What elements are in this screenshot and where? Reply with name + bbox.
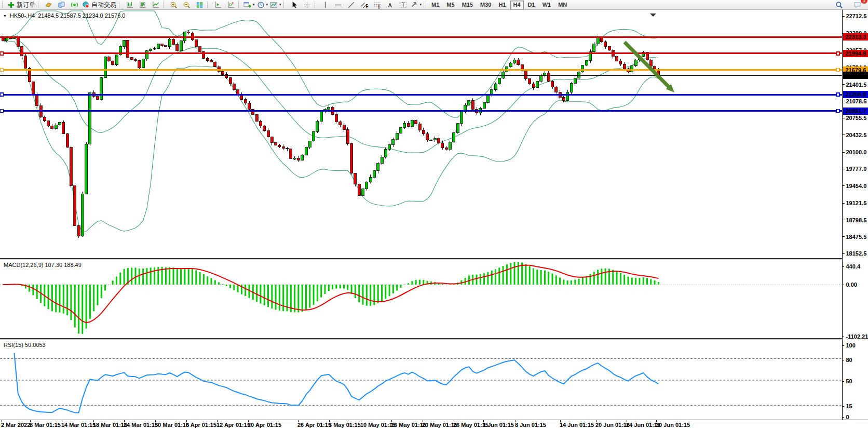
autotrade-button[interactable]: 自动交易 xyxy=(81,1,118,9)
candle-body xyxy=(9,38,12,39)
toolbar-grip[interactable] xyxy=(207,2,210,8)
horizontal-line-button[interactable] xyxy=(332,1,345,9)
timeframe-W1[interactable]: W1 xyxy=(539,1,554,9)
candle-body xyxy=(536,82,538,88)
candle-body xyxy=(278,145,281,147)
toolbar-group xyxy=(282,0,314,9)
candle-body xyxy=(32,82,34,95)
templates-icon xyxy=(270,1,278,9)
candle-body xyxy=(350,143,353,173)
chevron-down-icon[interactable]: ▼ xyxy=(3,14,7,18)
line-handle[interactable] xyxy=(1,93,4,96)
candle-body xyxy=(365,182,368,189)
candle-body xyxy=(358,184,360,195)
equidistant-channel-button[interactable]: E xyxy=(358,1,371,9)
line-handle[interactable] xyxy=(1,69,4,72)
toolbar-grip[interactable] xyxy=(315,2,317,8)
line-handle[interactable] xyxy=(836,52,839,55)
vertical-line-icon xyxy=(321,1,329,9)
candle-body xyxy=(313,131,315,141)
indicators-button[interactable]: ▾ xyxy=(242,1,256,9)
timeframe-D1[interactable]: D1 xyxy=(525,1,538,9)
chat-icon xyxy=(853,1,861,9)
candle-body xyxy=(24,56,27,69)
date-axis-label: 14 Mar 01:15 xyxy=(61,422,96,428)
candle-body xyxy=(411,120,413,127)
signals-button[interactable] xyxy=(68,1,81,9)
candle-body xyxy=(252,109,254,114)
toolbar-grip[interactable] xyxy=(2,2,5,8)
line-handle[interactable] xyxy=(836,93,839,96)
candle-body xyxy=(74,186,76,225)
rsi-line[interactable] xyxy=(14,353,658,413)
price-axis-label: 19121.5 xyxy=(846,200,867,206)
toolbar-grip[interactable] xyxy=(238,2,241,8)
dropdown-caret-icon[interactable]: ▾ xyxy=(279,3,281,7)
price-axis-label: 20432.5 xyxy=(846,132,867,138)
line-handle[interactable] xyxy=(1,52,4,55)
timeframe-M15[interactable]: M15 xyxy=(459,1,476,9)
dropdown-caret-icon[interactable]: ▾ xyxy=(266,3,268,7)
toolbar-grip[interactable] xyxy=(119,2,121,8)
chart-shift-marker[interactable] xyxy=(650,14,656,17)
periods-icon xyxy=(257,1,265,9)
candle-body xyxy=(486,95,489,103)
notifications-button[interactable]: 1 xyxy=(851,1,864,9)
date-axis-label: 20 Apr 01:15 xyxy=(248,422,281,428)
timeframe-M1[interactable]: M1 xyxy=(428,1,442,9)
macd-name: MACD(12,26,9) xyxy=(4,262,43,268)
candle-body xyxy=(456,124,459,132)
toolbar-grip[interactable] xyxy=(163,2,166,8)
bars-chart-button[interactable] xyxy=(123,1,136,9)
arrows-button[interactable]: ▾ xyxy=(410,1,423,9)
candles-layer xyxy=(2,30,660,238)
toolbar-grip[interactable] xyxy=(424,2,426,8)
trend-line-button[interactable] xyxy=(345,1,358,9)
price-axis-label: 22712.5 xyxy=(846,13,867,19)
zoom-out-button[interactable] xyxy=(180,1,193,9)
candle-body xyxy=(426,134,429,140)
timeframe-MN[interactable]: MN xyxy=(555,1,570,9)
candle-body xyxy=(619,61,622,64)
crosshair-button[interactable] xyxy=(301,1,314,9)
chart-window-button[interactable] xyxy=(42,1,55,9)
candles-chart-button[interactable] xyxy=(136,1,149,9)
date-axis-label: 24 Mar 01:15 xyxy=(124,422,158,428)
new-order-button[interactable]: 新订单 xyxy=(6,1,37,9)
timeframe-H4[interactable]: H4 xyxy=(510,1,524,9)
candle-body xyxy=(199,47,201,51)
periods-button[interactable]: ▾ xyxy=(256,1,269,9)
tile-windows-button[interactable] xyxy=(193,1,206,9)
zoom-in-button[interactable] xyxy=(167,1,180,9)
toolbar-group: EFAT▾ xyxy=(314,0,423,9)
vertical-line-button[interactable] xyxy=(319,1,332,9)
line-handle[interactable] xyxy=(836,69,839,72)
profiles-button[interactable] xyxy=(55,1,68,9)
timeframe-H1[interactable]: H1 xyxy=(495,1,509,9)
candle-body xyxy=(422,130,425,134)
auto-scroll-button[interactable] xyxy=(211,1,224,9)
timeframe-M5[interactable]: M5 xyxy=(443,1,457,9)
cursor-button[interactable] xyxy=(288,1,301,9)
date-axis-label: 26 Apr 01:15 xyxy=(297,422,331,428)
chart-shift-button[interactable] xyxy=(224,1,237,9)
search-button[interactable] xyxy=(833,1,846,9)
timeframe-M30[interactable]: M30 xyxy=(477,1,494,9)
candle-body xyxy=(112,61,114,65)
text-label-button[interactable]: T xyxy=(397,1,410,9)
candle-body xyxy=(566,92,569,101)
toolbar-grip[interactable] xyxy=(283,2,286,8)
line-handle[interactable] xyxy=(1,110,4,113)
mt4-window: 新订单自动交易▾▾▾EFAT▾M1M5M15M30H1H4D1W1MN1 227… xyxy=(0,0,868,429)
dropdown-caret-icon[interactable]: ▾ xyxy=(253,3,255,7)
line-handle[interactable] xyxy=(836,110,839,113)
text-button[interactable]: A xyxy=(384,1,397,9)
dropdown-caret-icon[interactable]: ▾ xyxy=(420,3,422,7)
fibonacci-button[interactable]: F xyxy=(371,1,384,9)
toolbar-grip[interactable] xyxy=(38,2,40,8)
bollinger-upper[interactable] xyxy=(3,11,659,117)
line-chart-button[interactable] xyxy=(149,1,162,9)
date-axis-label: 3 May 01:15 xyxy=(329,422,361,428)
indicator-axis-label: -1102.21 xyxy=(846,333,868,340)
templates-button[interactable]: ▾ xyxy=(269,1,282,9)
